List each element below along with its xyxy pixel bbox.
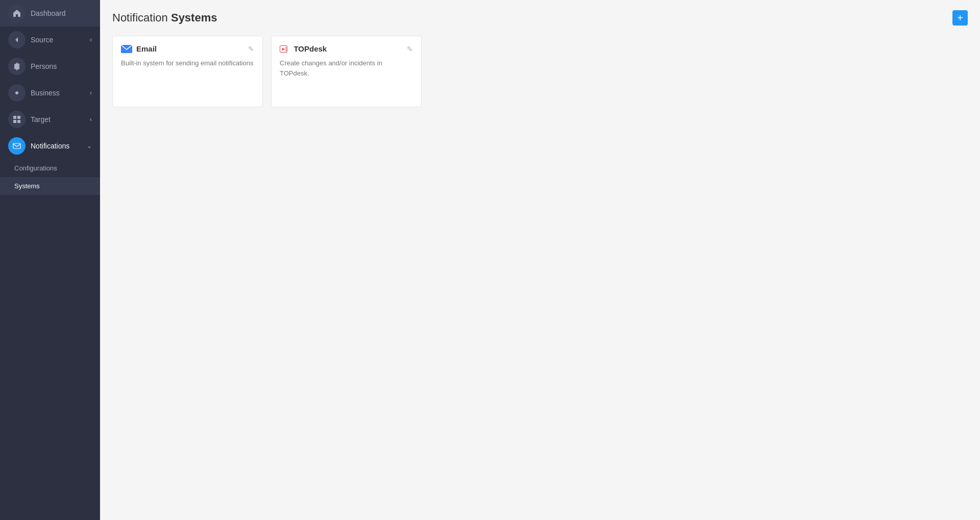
topdesk-card-title-row: ►| TOPdesk: [280, 44, 327, 53]
sidebar-item-target[interactable]: Target ‹: [0, 106, 100, 133]
business-icon-circle: [8, 84, 26, 102]
page-header: Notification Systems +: [112, 10, 968, 26]
email-card-icon: [121, 45, 132, 53]
email-edit-icon[interactable]: ✎: [248, 45, 254, 53]
sidebar-item-notifications[interactable]: Notifications ⌄: [0, 133, 100, 159]
sidebar-item-label-persons: Persons: [31, 62, 57, 70]
email-system-card[interactable]: Email ✎ Built-in system for sending emai…: [112, 36, 263, 107]
topdesk-logo: ►|: [280, 45, 289, 53]
topdesk-card-header: ►| TOPdesk ✎: [280, 44, 413, 53]
add-system-button[interactable]: +: [952, 10, 968, 26]
gear-icon: [13, 62, 21, 70]
email-card-title-row: Email: [121, 44, 157, 53]
notifications-chevron-icon: ⌄: [87, 142, 92, 150]
sidebar-item-label-business: Business: [31, 89, 60, 97]
sidebar-sub-item-configurations[interactable]: Configurations: [0, 159, 100, 177]
sidebar-item-business[interactable]: Business ‹: [0, 80, 100, 106]
source-chevron-icon: ‹: [90, 36, 92, 43]
sidebar-sub-item-systems[interactable]: Systems: [0, 177, 100, 195]
topdesk-edit-icon[interactable]: ✎: [407, 45, 413, 53]
email-card-description: Built-in system for sending email notifi…: [121, 58, 254, 68]
sidebar-item-label-target: Target: [31, 115, 51, 123]
sidebar-item-label-dashboard: Dashboard: [31, 9, 66, 17]
home-icon: [13, 9, 21, 17]
sidebar-item-label-notifications: Notifications: [31, 142, 69, 150]
svg-rect-2: [13, 120, 16, 123]
svg-rect-3: [17, 120, 20, 123]
systems-grid: Email ✎ Built-in system for sending emai…: [112, 36, 968, 107]
sidebar: Dashboard Source ‹ Persons: [0, 0, 100, 520]
page-title: Notification Systems: [112, 11, 217, 24]
email-card-header: Email ✎: [121, 44, 254, 53]
persons-icon-circle: [8, 58, 26, 75]
sidebar-item-label-source: Source: [31, 36, 53, 44]
svg-rect-1: [17, 116, 20, 119]
svg-rect-0: [13, 116, 16, 119]
target-chevron-icon: ‹: [90, 116, 92, 123]
sidebar-item-persons[interactable]: Persons: [0, 53, 100, 80]
dashboard-icon-circle: [8, 5, 26, 22]
email-card-name: Email: [136, 44, 157, 53]
arrow-left-icon: [13, 36, 21, 44]
sidebar-item-dashboard[interactable]: Dashboard: [0, 0, 100, 27]
source-icon-circle: [8, 31, 26, 48]
sidebar-item-source[interactable]: Source ‹: [0, 27, 100, 53]
topdesk-logo-icon: ►|: [280, 45, 287, 53]
business-chevron-icon: ‹: [90, 89, 92, 96]
main-content: Notification Systems + Email ✎ Built-in …: [100, 0, 980, 520]
topdesk-card-description: Create changes and/or incidents in TOPde…: [280, 58, 413, 78]
grid-icon: [13, 115, 21, 123]
svg-rect-4: [13, 143, 20, 148]
business-gear-icon: [13, 89, 21, 97]
envelope-icon: [13, 142, 21, 150]
notifications-icon-circle: [8, 137, 26, 155]
target-icon-circle: [8, 111, 26, 128]
topdesk-system-card[interactable]: ►| TOPdesk ✎ Create changes and/or incid…: [271, 36, 422, 107]
topdesk-card-name: TOPdesk: [293, 44, 327, 53]
